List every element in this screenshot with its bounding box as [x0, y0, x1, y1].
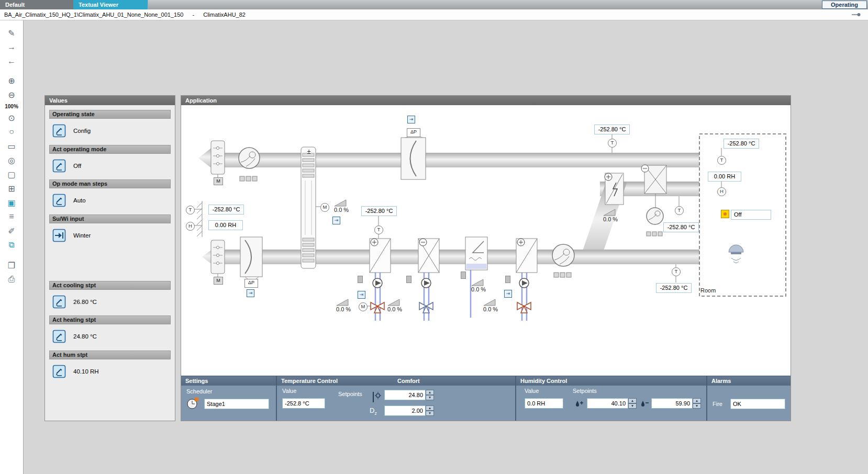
ahu-diagram-area: -252.80 °C 0.00 RH -252.80 °C -252.80 °C… [181, 105, 791, 376]
zoom-rect-icon[interactable]: ▭ [5, 140, 18, 152]
spin-up-icon[interactable]: ▲ [426, 390, 434, 395]
temperature-control-title: Temperature Control [281, 376, 338, 386]
scheduler-input[interactable]: Stage1 [204, 399, 269, 409]
spin-down-icon[interactable]: ▼ [693, 403, 701, 409]
value-item-label: 24.80 °C [73, 333, 97, 340]
operating-button[interactable]: Operating [822, 1, 867, 9]
fit-view-icon[interactable]: ▣ [5, 196, 18, 209]
forced-value-icon[interactable]: ⇥ [407, 116, 415, 123]
spin-down-icon[interactable]: ▼ [426, 411, 434, 416]
value-edit-icon [52, 330, 66, 343]
position-value: 0.0 % [334, 207, 349, 214]
value-item-label: Winter [73, 232, 91, 239]
value-item-off[interactable]: Off [52, 158, 171, 174]
annotate-icon[interactable]: ✐ [5, 224, 18, 237]
ramp-icon [334, 199, 347, 207]
edit-icon[interactable]: ✎ [5, 27, 18, 39]
spin-down-icon[interactable]: ▼ [426, 395, 434, 400]
smoke-detector-icon [729, 245, 743, 263]
alarms-section: Alarms Fire OK [707, 376, 791, 421]
copy-page-icon[interactable]: ❐ [5, 259, 18, 272]
deadzone-spinner[interactable]: ▲▼ [426, 405, 434, 416]
value-item-hum-stpt[interactable]: 40.10 RH [52, 364, 171, 379]
spin-up-icon[interactable]: ▲ [693, 398, 701, 403]
comfort-setpoint-spinner[interactable]: ▲▼ [426, 390, 434, 400]
value-edit-icon [52, 124, 66, 138]
breadcrumb-path: BA_Air_Climatix_150_HQ_1\Climatix_AHU_01… [4, 12, 183, 18]
values-panel: Values Operating state Config Act operat… [44, 95, 175, 421]
zoom-in-icon[interactable]: ⊕ [5, 74, 18, 87]
forced-value-icon[interactable]: ⇥ [358, 291, 365, 299]
cooling-valve [419, 302, 433, 313]
readout-return-duct-temp: -252.80 °C [656, 283, 692, 293]
readout-outside-humidity: 0.00 RH [208, 220, 243, 230]
spin-up-icon[interactable]: ▲ [426, 405, 434, 411]
zoom-level: 100% [5, 104, 18, 109]
room-label: Room [700, 287, 716, 294]
cooling-valve-position: 0.0 % [387, 299, 402, 313]
value-input-icon [52, 229, 66, 242]
value-item-winter[interactable]: Winter [52, 228, 171, 243]
value-item-config[interactable]: Config [52, 123, 171, 139]
spin-up-icon[interactable]: ▲ [628, 398, 637, 403]
spin-down-icon[interactable]: ▼ [628, 403, 637, 409]
reheat-coil [516, 239, 537, 321]
extract-temp-sensor: T [608, 139, 617, 148]
forced-value-icon[interactable]: ⇥ [332, 217, 340, 224]
extract-fan [647, 208, 663, 236]
forced-value-icon[interactable]: ⇥ [504, 290, 512, 298]
humidify-setpoint-spinner[interactable]: ▲▼ [628, 398, 637, 409]
inspect-icon[interactable]: ◎ [5, 154, 18, 166]
link-view-icon[interactable]: ⧉ [5, 239, 18, 251]
group-header-act-hum-stpt: Act hum stpt [49, 351, 171, 359]
tab-default[interactable]: Default [0, 0, 73, 9]
dehumidify-setpoint-spinner[interactable]: ▲▼ [693, 398, 701, 409]
center-view-icon[interactable]: ⊙ [5, 111, 18, 124]
humidifier-position: 0.0 % [471, 279, 486, 294]
value-item-cooling-stpt[interactable]: 26.80 °C [52, 294, 171, 310]
room-humidity-sensor: H [717, 187, 726, 196]
back-icon[interactable]: ← [5, 55, 18, 67]
cooling-coil [418, 239, 439, 321]
ramp-icon [483, 299, 496, 306]
tab-textual-viewer[interactable]: Textual Viewer [73, 0, 148, 9]
group-header-act-cooling-stpt: Act cooling stpt [49, 281, 171, 290]
readout-outside-temp: -252.80 °C [208, 205, 244, 215]
zoom-out-icon[interactable]: ⊖ [5, 88, 18, 101]
room-temp-sensor: T [717, 156, 726, 165]
navigate-icon[interactable] [851, 12, 861, 17]
group-header-act-operating-mode: Act operating mode [49, 145, 171, 154]
magnifier-icon[interactable]: ○ [5, 126, 18, 138]
fresh-air-damper [211, 240, 225, 277]
print-icon[interactable]: ⎙ [5, 273, 18, 286]
pan-grid-icon[interactable]: ⊞ [5, 182, 18, 195]
forward-icon[interactable]: → [5, 41, 18, 53]
deadzone-input[interactable]: 2.00 [384, 405, 426, 416]
layers-icon[interactable]: ≡ [5, 210, 18, 223]
deadzone-label: Dz [370, 407, 377, 416]
heat-recovery-position: 0.0 % [334, 199, 349, 214]
temperature-value-label: Value [282, 388, 296, 394]
heating-valve [371, 302, 384, 313]
heater-position: 0.0 % [603, 209, 618, 223]
value-edit-icon [52, 159, 66, 173]
supply-air-temp-sensor: T [675, 206, 684, 215]
ramp-icon [336, 299, 349, 306]
humidify-icon [574, 399, 585, 410]
scheduler-clock-icon[interactable] [186, 397, 200, 410]
value-item-auto[interactable]: Auto [52, 193, 171, 208]
humidify-setpoint-input[interactable]: 40.10 [587, 398, 628, 409]
value-edit-icon [52, 194, 66, 207]
value-item-heating-stpt[interactable]: 24.80 °C [52, 329, 171, 344]
value-item-label: Auto [73, 197, 86, 204]
supply-fan [552, 244, 574, 277]
position-value: 0.0 % [483, 306, 498, 313]
comfort-setpoint-input[interactable]: 24.80 [384, 390, 426, 400]
zoom-window-icon[interactable]: ▢ [5, 168, 18, 180]
value-edit-icon [52, 295, 66, 309]
values-panel-body: Operating state Config Act operating mod… [45, 105, 175, 421]
forced-value-icon[interactable]: ⇥ [247, 289, 254, 297]
dehumidify-setpoint-input[interactable]: 59.90 [651, 398, 693, 409]
humidity-value-field: 0.0 RH [525, 398, 563, 409]
position-value: 0.0 % [603, 216, 618, 223]
